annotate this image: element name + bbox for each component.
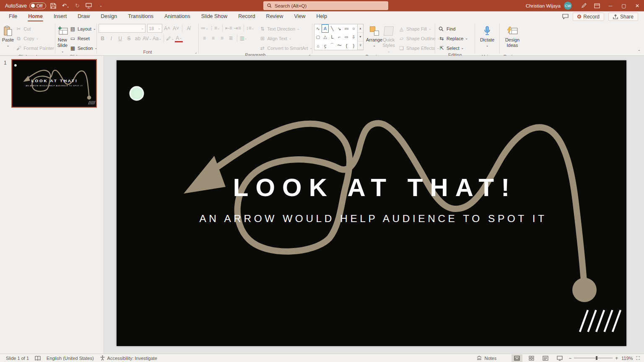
reset-button[interactable]: ▭Reset: [68, 34, 99, 43]
shape-rectangle-icon[interactable]: ▭: [343, 24, 350, 33]
pen-icon[interactable]: [577, 0, 590, 11]
italic-button[interactable]: I: [107, 34, 115, 43]
align-text-button[interactable]: ⊞Align Text⌄: [257, 34, 314, 43]
columns-button[interactable]: ▥⌄: [239, 34, 247, 42]
normal-view-button[interactable]: [512, 354, 522, 362]
start-slideshow-icon[interactable]: [86, 3, 93, 8]
tab-home[interactable]: Home: [23, 12, 48, 21]
shape-elbow-arrow-icon[interactable]: ⌐: [336, 33, 343, 41]
font-color-button[interactable]: A⌄: [175, 35, 183, 42]
collapse-ribbon-icon[interactable]: ⌃: [637, 49, 641, 54]
search-input[interactable]: Search (Alt+Q): [263, 1, 388, 10]
shape-triangle-icon[interactable]: △: [322, 33, 329, 41]
select-button[interactable]: ⇱Select⌄: [437, 44, 470, 52]
text-direction-button[interactable]: ⇅Text Direction⌄: [257, 24, 314, 33]
section-button[interactable]: ▦Section⌄: [68, 44, 99, 52]
customize-qat-icon[interactable]: ⌄: [97, 4, 105, 8]
language-indicator[interactable]: English (United States): [47, 356, 94, 361]
align-center-button[interactable]: ≡: [209, 34, 217, 42]
new-slide-button[interactable]: New Slide ⌄: [57, 24, 68, 54]
shape-left-brace-icon[interactable]: {: [343, 41, 350, 50]
tab-design[interactable]: Design: [95, 12, 122, 21]
close-button[interactable]: ✕: [631, 0, 644, 11]
bullets-button[interactable]: ≔⌄: [200, 24, 208, 32]
slide-sorter-view-button[interactable]: [526, 354, 537, 362]
notes-button[interactable]: Notes: [476, 356, 496, 361]
dictate-button[interactable]: Dictate ⌄: [477, 24, 498, 54]
cut-button[interactable]: ✂Cut: [14, 24, 56, 33]
arrow-tail-dot-shape[interactable]: [572, 278, 597, 302]
find-button[interactable]: Find: [437, 24, 470, 33]
reading-view-button[interactable]: [540, 354, 551, 362]
clear-formatting-button[interactable]: A̸: [184, 24, 192, 33]
redo-icon[interactable]: ↻: [74, 3, 81, 9]
shape-right-brace-icon[interactable]: }: [350, 41, 357, 50]
increase-indent-button[interactable]: ⇥≡: [234, 24, 242, 32]
increase-font-size-button[interactable]: A˄: [163, 24, 171, 33]
shape-corner-icon[interactable]: ⌂: [314, 41, 322, 50]
align-left-button[interactable]: ≡: [200, 34, 208, 42]
shape-gallery-down-icon[interactable]: ▼: [358, 33, 363, 41]
accent-circle-shape[interactable]: [130, 87, 143, 100]
shape-scribble-icon[interactable]: ϛ: [322, 41, 329, 50]
autosave-toggle[interactable]: AutoSave Off: [5, 3, 46, 9]
zoom-in-icon[interactable]: +: [615, 355, 618, 361]
record-button[interactable]: Record: [573, 13, 604, 21]
shape-arc-icon[interactable]: ⌒: [329, 41, 336, 50]
tab-transitions[interactable]: Transitions: [122, 12, 159, 21]
zoom-knob[interactable]: [596, 356, 597, 360]
underline-button[interactable]: U: [116, 34, 124, 43]
decrease-font-size-button[interactable]: A˅: [172, 24, 180, 33]
shape-elbow-connector-icon[interactable]: 𝖫: [329, 33, 336, 41]
convert-to-smartart-button[interactable]: ⇄Convert to SmartArt⌄: [257, 44, 314, 52]
layout-button[interactable]: ▤Layout⌄: [68, 24, 99, 33]
maximize-button[interactable]: ▢: [617, 0, 631, 11]
tab-record[interactable]: Record: [233, 12, 260, 21]
shape-textbox-icon[interactable]: A: [322, 24, 329, 33]
zoom-level[interactable]: 119%: [621, 356, 633, 361]
undo-icon[interactable]: ↶⌄: [62, 3, 70, 9]
tab-help[interactable]: Help: [311, 12, 332, 21]
paste-button[interactable]: Paste ⌄: [2, 24, 14, 54]
shape-oval-icon[interactable]: ○: [350, 24, 357, 33]
slide-title[interactable]: LOOK AT THAT!: [233, 173, 517, 202]
arrange-button[interactable]: Arrange ⌄: [366, 24, 382, 54]
shape-gallery-more-icon[interactable]: ⊽: [358, 41, 363, 50]
comments-icon[interactable]: [562, 14, 569, 19]
justify-button[interactable]: ≣: [227, 34, 235, 42]
minimize-button[interactable]: ─: [604, 0, 617, 11]
copy-button[interactable]: ⧉Copy⌄: [14, 34, 56, 43]
zoom-track[interactable]: [574, 358, 613, 358]
shape-freeform-icon[interactable]: ∿: [314, 24, 322, 33]
tab-insert[interactable]: Insert: [48, 12, 72, 21]
share-button[interactable]: Share: [608, 13, 638, 21]
spellcheck-button[interactable]: [35, 356, 41, 361]
slide-1[interactable]: LOOK AT THAT! AN ARROW WOULD HELP AUDIEN…: [117, 60, 626, 346]
tab-slide-show[interactable]: Slide Show: [196, 12, 233, 21]
slide-thumbnail[interactable]: LOOK AT THAT! AN ARROW WOULD HELP AUDIEN…: [11, 59, 97, 108]
autosave-switch[interactable]: Off: [29, 3, 46, 9]
zoom-out-icon[interactable]: −: [569, 355, 571, 361]
numbering-button[interactable]: ⋮≡⌄: [209, 24, 220, 32]
save-icon[interactable]: [50, 3, 58, 9]
shape-down-arrow-icon[interactable]: ⇩: [350, 33, 357, 41]
character-spacing-button[interactable]: AV⌄: [143, 34, 152, 43]
font-dialog-launcher-icon[interactable]: ⌟: [195, 50, 197, 54]
shape-arrow-line-icon[interactable]: ↘: [336, 24, 343, 33]
slide-background[interactable]: [117, 60, 626, 346]
design-ideas-button[interactable]: Design Ideas: [501, 24, 523, 54]
align-right-button[interactable]: ≡: [218, 34, 226, 42]
replace-button[interactable]: ⇆Replace⌄: [437, 34, 470, 43]
font-size-select[interactable]: 18⌄: [147, 24, 162, 33]
shape-gallery-up-icon[interactable]: ▲: [358, 24, 363, 33]
text-highlight-color-button[interactable]: 🖉⌄: [166, 34, 174, 43]
text-shadow-button[interactable]: ab: [134, 34, 142, 43]
tab-file[interactable]: File: [3, 12, 23, 21]
font-name-select[interactable]: ⌄: [99, 24, 145, 33]
line-spacing-button[interactable]: ↕≡⌄: [246, 24, 254, 32]
strikethrough-button[interactable]: S: [125, 34, 133, 43]
tab-draw[interactable]: Draw: [72, 12, 95, 21]
shape-curve-icon[interactable]: 〜: [336, 41, 343, 50]
accessibility-status[interactable]: Accessibility: Investigate: [100, 355, 157, 361]
slideshow-view-button[interactable]: [554, 354, 565, 362]
